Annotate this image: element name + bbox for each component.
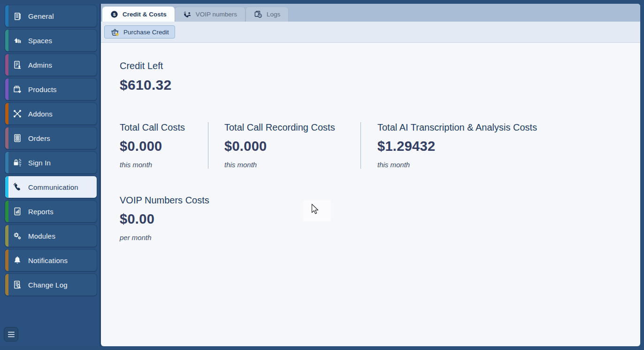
tab-bar: $ Credit & Costs VOIP numbers Logs [101,4,640,22]
stat-call-recording-costs: Total Call Recording Costs $0.000 this m… [208,122,360,169]
accent-bar [5,54,8,76]
admin-document-icon [12,59,23,70]
tab-label: Credit & Costs [123,11,167,18]
logs-clock-icon [254,10,262,18]
hamburger-icon [8,331,15,338]
svg-text:$: $ [113,11,116,16]
sidebar-item-orders[interactable]: Orders [5,127,97,149]
document-search-icon [12,279,23,290]
report-chart-icon [12,206,23,217]
sidebar-item-label: Admins [28,61,52,69]
stat-total-call-costs: Total Call Costs $0.000 this month [120,122,208,169]
stat-period: this month [120,161,208,169]
bell-icon [12,255,23,266]
credit-costs-page: Credit Left $610.32 Total Call Costs $0.… [101,43,640,346]
sidebar-item-label: Products [28,86,57,93]
sidebar: General Spaces Admins Products Addons [0,4,101,346]
toolbar: Purchase Credit [101,22,640,43]
stat-title: Total AI Transcription & Analysis Costs [377,122,537,133]
tab-credit-costs[interactable]: $ Credit & Costs [102,7,175,22]
sidebar-item-label: Change Log [28,281,68,289]
sidebar-collapse-button[interactable] [4,327,18,342]
stat-title: Total Call Recording Costs [224,122,360,133]
sidebar-item-modules[interactable]: Modules [5,225,97,247]
tab-label: VOIP numbers [196,11,237,18]
credit-left-value: $610.32 [120,77,640,93]
sidebar-item-label: Communication [28,183,78,191]
accent-bar [5,127,8,149]
dollar-circle-icon: $ [110,10,118,18]
product-box-icon [12,84,23,95]
accent-bar [5,274,8,296]
spaces-icon [12,35,23,46]
purchase-credit-label: Purchase Credit [123,29,169,36]
sidebar-item-label: Orders [28,134,50,142]
accent-bar [5,103,8,124]
basket-star-icon [110,28,120,37]
stat-voip-numbers-costs: VOIP Numbers Costs $0.00 per month [120,195,209,241]
accent-bar [5,5,8,27]
sidebar-item-label: General [28,12,54,20]
sidebar-item-reports[interactable]: Reports [5,200,97,223]
sidebar-item-addons[interactable]: Addons [5,102,97,125]
credit-left-label: Credit Left [120,61,640,71]
orders-cabinet-icon [12,132,23,144]
costs-row-1: Total Call Costs $0.000 this month Total… [120,122,640,169]
costs-row-2: VOIP Numbers Costs $0.00 per month [120,195,640,241]
sidebar-item-label: Sign In [28,159,51,167]
gears-icon [12,230,23,241]
documents-icon [12,10,23,22]
sidebar-item-communication[interactable]: Communication [5,176,97,198]
mouse-cursor [311,203,320,218]
accent-bar [5,30,8,51]
accent-bar [5,249,8,271]
stat-title: VOIP Numbers Costs [120,195,209,206]
sidebar-item-notifications[interactable]: Notifications [5,249,97,272]
sidebar-item-label: Reports [28,208,54,216]
accent-bar [5,152,8,173]
stat-period: this month [224,161,360,169]
stat-value: $0.000 [224,139,360,154]
phone-icon [12,181,23,193]
accent-bar [5,78,8,100]
sidebar-item-products[interactable]: Products [5,78,97,101]
network-nodes-icon [12,108,23,119]
stat-period: this month [377,161,537,169]
sidebar-item-signin[interactable]: Sign In [5,151,97,174]
tab-label: Logs [267,11,280,18]
stat-value: $0.000 [120,139,208,154]
tab-logs[interactable]: Logs [245,7,289,22]
stat-value: $0.00 [120,211,209,227]
credit-left-block: Credit Left $610.32 [120,61,640,93]
sidebar-item-label: Notifications [28,257,68,264]
sidebar-item-label: Modules [28,232,55,240]
stat-value: $1.29432 [377,139,537,154]
sidebar-item-label: Spaces [28,37,52,45]
sidebar-item-label: Addons [28,110,53,118]
stat-title: Total Call Costs [120,122,208,133]
stat-ai-transcription-costs: Total AI Transcription & Analysis Costs … [360,122,537,169]
purchase-credit-button[interactable]: Purchase Credit [104,25,175,39]
sidebar-item-general[interactable]: General [5,5,97,27]
accent-bar [5,225,8,247]
sidebar-item-admins[interactable]: Admins [5,54,97,76]
accent-bar [5,176,8,198]
stat-period: per month [120,233,209,241]
sidebar-item-spaces[interactable]: Spaces [5,29,97,52]
tab-voip-numbers[interactable]: VOIP numbers [175,7,245,22]
voip-phone-icon [183,10,192,18]
sidebar-item-changelog[interactable]: Change Log [5,273,97,296]
lock-icon [12,157,23,168]
accent-bar [5,201,8,222]
content-panel: $ Credit & Costs VOIP numbers Logs Purch… [101,4,640,346]
